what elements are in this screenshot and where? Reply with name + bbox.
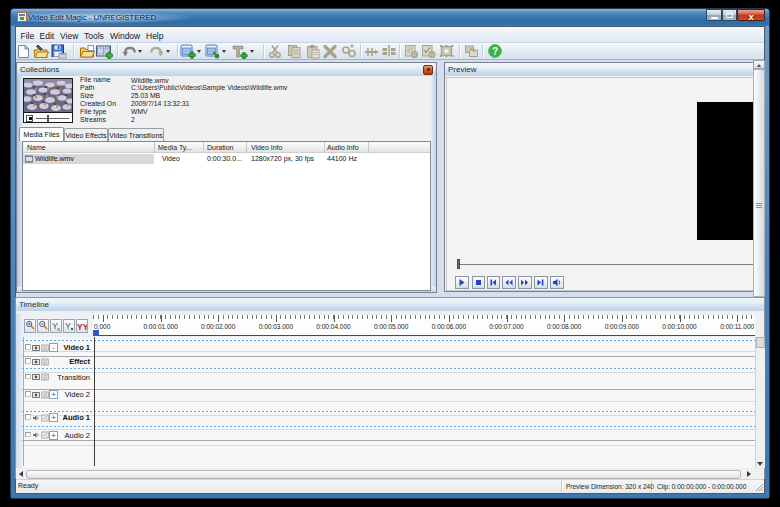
- svg-text:?: ?: [491, 46, 497, 57]
- svg-text:s: s: [57, 326, 60, 332]
- svg-text:YY: YY: [77, 322, 87, 332]
- svg-text:Y: Y: [65, 321, 71, 331]
